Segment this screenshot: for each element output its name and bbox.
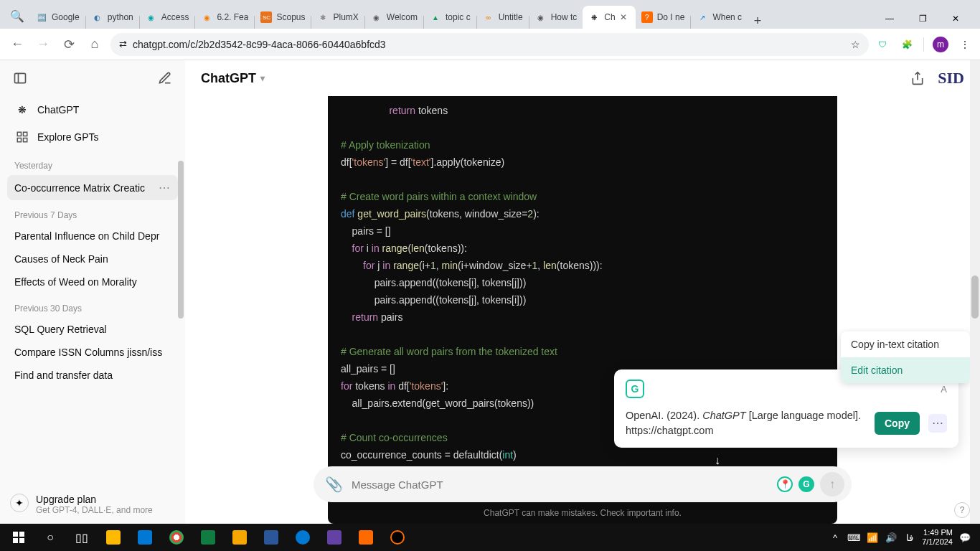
- svg-rect-5: [24, 138, 27, 142]
- citation-style-label[interactable]: A: [941, 384, 947, 395]
- sparkle-icon: ✦: [10, 494, 29, 512]
- sidebar-explore-gpts[interactable]: Explore GPTs: [7, 123, 178, 151]
- taskbar-app[interactable]: [129, 524, 161, 551]
- svg-rect-9: [13, 538, 18, 543]
- conversation-item[interactable]: Find and transfer data: [7, 364, 178, 387]
- taskbar-app-media[interactable]: [382, 524, 413, 551]
- new-chat-button[interactable]: [155, 68, 175, 88]
- browser-tab[interactable]: ◐python: [86, 6, 139, 29]
- extension-shield-icon[interactable]: 🛡: [875, 37, 890, 52]
- page-scrollbar[interactable]: [970, 60, 980, 524]
- sidebar-scrollbar[interactable]: [176, 161, 184, 462]
- sidebar: ❋ ChatGPT Explore GPTs Yesterday Co-occu…: [0, 60, 185, 524]
- conversation-item[interactable]: Causes of Neck Pain: [7, 248, 178, 270]
- browser-tab-active[interactable]: ❋Ch✕: [583, 6, 635, 29]
- svg-rect-2: [17, 132, 21, 136]
- browser-tab[interactable]: ↗When c: [691, 6, 748, 29]
- forward-button[interactable]: →: [33, 34, 53, 55]
- task-view-button[interactable]: ▯▯: [66, 524, 98, 551]
- conversation-item-active[interactable]: Co-occurrence Matrix Creatic ⋯: [7, 175, 178, 200]
- tray-keyboard-icon[interactable]: ⌨: [847, 532, 860, 543]
- grammarly-pin-icon[interactable]: 📍: [777, 476, 793, 492]
- window-minimize-button[interactable]: —: [880, 9, 900, 29]
- menu-copy-intext[interactable]: Copy in-text citation: [841, 331, 970, 357]
- taskbar-app[interactable]: [319, 524, 350, 551]
- conversation-item[interactable]: Parental Influence on Child Depr: [7, 225, 178, 248]
- svg-rect-7: [13, 532, 18, 537]
- taskbar-app-word[interactable]: [255, 524, 287, 551]
- tab-search-icon[interactable]: 🔍: [4, 3, 30, 29]
- tray-chevron-icon[interactable]: ^: [829, 532, 842, 543]
- browser-tab[interactable]: ∞Untitle: [477, 6, 529, 29]
- address-bar[interactable]: ⇄ chatgpt.com/c/2b2d3542-8c99-4aca-8066-…: [110, 33, 869, 56]
- new-tab-button[interactable]: +: [748, 14, 768, 29]
- taskbar-app[interactable]: [224, 524, 255, 551]
- taskbar-app-explorer[interactable]: [98, 524, 129, 551]
- svg-rect-3: [24, 132, 27, 136]
- help-button[interactable]: ?: [954, 502, 970, 518]
- citation-copy-button[interactable]: Copy: [875, 412, 920, 435]
- reload-button[interactable]: ⟳: [59, 34, 79, 55]
- back-button[interactable]: ←: [7, 34, 27, 55]
- chrome-menu-icon[interactable]: ⋮: [957, 37, 973, 52]
- sidebar-chatgpt[interactable]: ❋ ChatGPT: [7, 96, 178, 123]
- conversation-item[interactable]: SQL Query Retrieval: [7, 318, 178, 341]
- svg-rect-0: [15, 73, 26, 83]
- home-button[interactable]: ⌂: [85, 34, 105, 55]
- browser-tab[interactable]: 🔤Google: [30, 6, 85, 29]
- taskbar-app[interactable]: [350, 524, 382, 551]
- svg-rect-4: [17, 138, 21, 142]
- taskbar-search[interactable]: ○: [34, 524, 66, 551]
- taskbar-clock[interactable]: 1:49 PM 7/1/2024: [922, 528, 953, 546]
- sidebar-section-head: Previous 30 Days: [7, 293, 178, 318]
- grammarly-icon[interactable]: G: [798, 476, 814, 492]
- tray-language[interactable]: فا: [903, 532, 916, 543]
- tray-volume-icon[interactable]: 🔊: [885, 532, 897, 543]
- browser-tab[interactable]: ▲topic c: [424, 6, 476, 29]
- extensions-icon[interactable]: 🧩: [899, 37, 915, 52]
- tray-wifi-icon[interactable]: 📶: [866, 532, 879, 543]
- footer-disclaimer: ChatGPT can make mistakes. Check importa…: [185, 508, 980, 518]
- taskbar-app-chrome[interactable]: [161, 524, 192, 551]
- conversation-item[interactable]: Effects of Weed on Morality: [7, 270, 178, 293]
- citation-menu: Copy in-text citation Edit citation: [841, 331, 970, 383]
- browser-tab[interactable]: SCScopus: [255, 6, 311, 29]
- model-selector[interactable]: ChatGPT ▾: [201, 71, 265, 86]
- browser-tab[interactable]: ◉How tc: [529, 6, 583, 29]
- share-button[interactable]: [910, 71, 925, 85]
- chatgpt-logo-icon: ❋: [14, 102, 30, 118]
- window-maximize-button[interactable]: ❐: [913, 9, 933, 29]
- citation-more-button[interactable]: ⋯: [928, 414, 947, 433]
- browser-tab[interactable]: ✱PlumX: [311, 6, 364, 29]
- message-input[interactable]: [352, 479, 768, 491]
- citation-text: OpenAI. (2024). ChatGPT [Large language …: [626, 408, 866, 438]
- send-button[interactable]: ↑: [820, 472, 844, 496]
- profile-avatar[interactable]: m: [933, 37, 948, 52]
- start-button[interactable]: [3, 524, 34, 551]
- bookmark-icon[interactable]: ☆: [851, 39, 860, 50]
- upgrade-plan[interactable]: ✦ Upgrade plan Get GPT-4, DALL·E, and mo…: [0, 484, 185, 524]
- sid-brand[interactable]: SID: [938, 69, 964, 88]
- browser-tab[interactable]: ◉Welcom: [365, 6, 423, 29]
- browser-tab[interactable]: ◉6.2. Fea: [195, 6, 254, 29]
- taskbar-app-edge[interactable]: [287, 524, 319, 551]
- browser-tab[interactable]: ◉Access: [140, 6, 195, 29]
- site-info-icon[interactable]: ⇄: [119, 39, 127, 50]
- grammarly-logo-icon: G: [626, 380, 644, 398]
- notifications-icon[interactable]: 💬: [958, 532, 971, 543]
- grid-icon: [14, 129, 30, 145]
- code-block: return tokens # Apply tokenization df['t…: [328, 96, 837, 524]
- window-close-button[interactable]: ✕: [946, 9, 966, 29]
- collapse-sidebar-button[interactable]: [10, 68, 30, 88]
- browser-tab[interactable]: ?Do I ne: [636, 6, 691, 29]
- svg-rect-10: [19, 538, 24, 543]
- taskbar-app-excel[interactable]: [192, 524, 224, 551]
- sidebar-section-head: Previous 7 Days: [7, 200, 178, 225]
- attach-file-icon[interactable]: 📎: [325, 476, 343, 493]
- menu-edit-citation[interactable]: Edit citation: [841, 357, 970, 383]
- message-input-container: 📎 📍 G ↑: [314, 466, 852, 502]
- close-tab-icon[interactable]: ✕: [620, 12, 630, 22]
- conversation-item[interactable]: Compare ISSN Columns jissn/iss: [7, 341, 178, 364]
- conversation-menu-icon[interactable]: ⋯: [159, 181, 171, 194]
- windows-taskbar: ○ ▯▯ ^ ⌨ 📶 🔊 فا 1:49 PM 7/1/2024 💬: [0, 524, 980, 551]
